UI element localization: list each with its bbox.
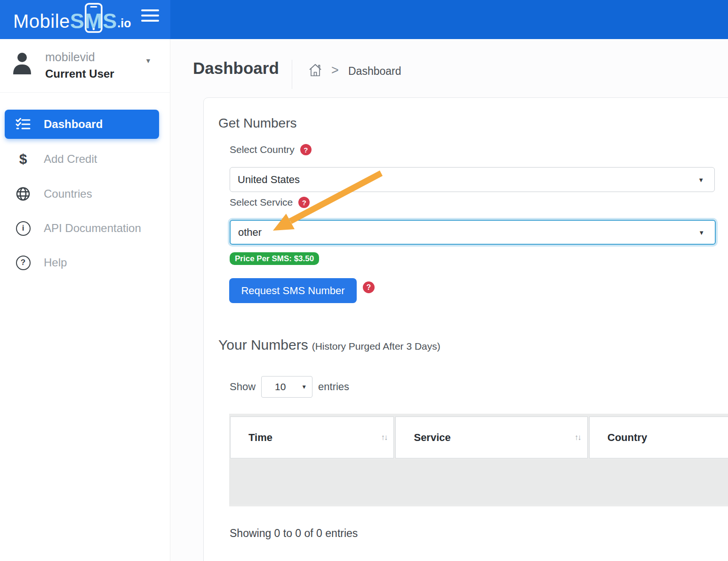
- section-title-your-numbers: Your Numbers(History Purged After 3 Days…: [218, 337, 440, 353]
- entries-label: entries: [318, 381, 349, 393]
- sidebar-item-label: Help: [44, 256, 67, 269]
- table-info-text: Showing 0 to 0 of 0 entries: [230, 527, 358, 540]
- column-header-time[interactable]: Time ↑↓: [230, 417, 394, 458]
- user-name: mobilevid: [45, 50, 95, 64]
- table-empty-body: [229, 459, 728, 505]
- price-badge: Price Per SMS: $3.50: [230, 252, 319, 265]
- service-select[interactable]: other ▼: [230, 220, 716, 245]
- logo-area: Mobile SMS .io: [0, 0, 170, 39]
- request-sms-number-button[interactable]: Request SMS Number: [229, 278, 357, 303]
- user-role: Current User: [45, 67, 114, 80]
- select-caret-icon: ▼: [698, 229, 704, 236]
- topbar: Mobile SMS .io: [0, 0, 728, 39]
- sidebar-item-add-credit[interactable]: $ Add Credit: [5, 144, 159, 174]
- show-label: Show: [230, 381, 256, 393]
- sidebar: mobilevid Current User ▼ Dashboard $ Add…: [0, 39, 170, 561]
- column-header-service[interactable]: Service ↑↓: [395, 417, 587, 458]
- help-badge-icon[interactable]: ?: [363, 281, 375, 293]
- user-avatar-icon: [12, 52, 32, 75]
- country-select-value: United States: [238, 174, 300, 186]
- sidebar-item-label: API Documentation: [44, 222, 141, 235]
- sidebar-item-dashboard[interactable]: Dashboard: [5, 110, 159, 139]
- select-caret-icon: ▼: [301, 384, 307, 390]
- logo-sms-wrap: SMS: [70, 8, 118, 34]
- select-country-label: Select Country ?: [230, 144, 312, 155]
- logo-text-sms: SMS: [70, 9, 118, 33]
- logo-text-io: .io: [117, 12, 131, 34]
- question-circle-icon: ?: [15, 256, 31, 270]
- page-title: Dashboard: [193, 59, 279, 78]
- info-circle-icon: i: [15, 221, 31, 236]
- header-divider: [292, 60, 292, 89]
- checklist-icon: [15, 118, 31, 131]
- your-numbers-subtitle: (History Purged After 3 Days): [312, 341, 440, 352]
- user-menu[interactable]: mobilevid Current User ▼: [0, 48, 170, 93]
- help-badge-icon[interactable]: ?: [300, 144, 312, 155]
- chevron-down-icon: ▼: [145, 57, 152, 64]
- sort-icon: ↑↓: [575, 433, 581, 442]
- sidebar-item-countries[interactable]: Countries: [5, 179, 159, 208]
- breadcrumb-current: Dashboard: [348, 65, 401, 78]
- sidebar-item-api-documentation[interactable]: i API Documentation: [5, 214, 159, 243]
- globe-icon: [15, 186, 31, 201]
- numbers-table: Time ↑↓ Service ↑↓ Country: [229, 414, 728, 506]
- sidebar-item-label: Dashboard: [44, 118, 103, 131]
- sidebar-item-label: Countries: [44, 187, 92, 200]
- help-badge-icon[interactable]: ?: [298, 197, 310, 208]
- page-size-value: 10: [275, 381, 286, 393]
- select-caret-icon: ▼: [698, 176, 704, 183]
- sidebar-item-label: Add Credit: [44, 152, 97, 166]
- service-select-value: other: [238, 226, 262, 239]
- breadcrumb-chevron-icon: >: [331, 63, 339, 78]
- sidebar-item-help[interactable]: ? Help: [5, 248, 159, 277]
- section-title-get-numbers: Get Numbers: [218, 116, 297, 131]
- menu-toggle-icon[interactable]: [141, 9, 159, 28]
- app-logo[interactable]: Mobile SMS .io: [13, 6, 131, 34]
- table-header-row: Time ↑↓ Service ↑↓ Country: [229, 414, 728, 458]
- page-size-row: Show 10 ▼ entries: [230, 376, 349, 398]
- country-select[interactable]: United States ▼: [230, 167, 715, 192]
- home-icon[interactable]: [308, 63, 323, 78]
- select-service-label: Select Service ?: [230, 197, 310, 208]
- sort-icon: ↑↓: [381, 433, 387, 442]
- main-content: Dashboard > Dashboard Get Numbers Select…: [170, 39, 728, 561]
- column-header-country[interactable]: Country: [589, 417, 728, 458]
- dollar-icon: $: [15, 152, 31, 166]
- get-numbers-card: Get Numbers Select Country ? United Stat…: [203, 97, 728, 561]
- page-size-select[interactable]: 10 ▼: [261, 376, 312, 398]
- logo-text-mobile: Mobile: [13, 8, 70, 34]
